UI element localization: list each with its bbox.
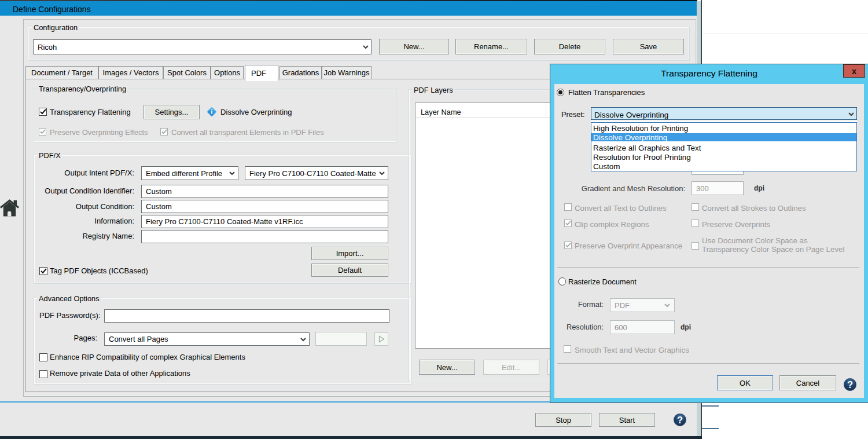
svg-text:?: ?	[676, 415, 682, 425]
svg-text:?: ?	[847, 379, 853, 390]
